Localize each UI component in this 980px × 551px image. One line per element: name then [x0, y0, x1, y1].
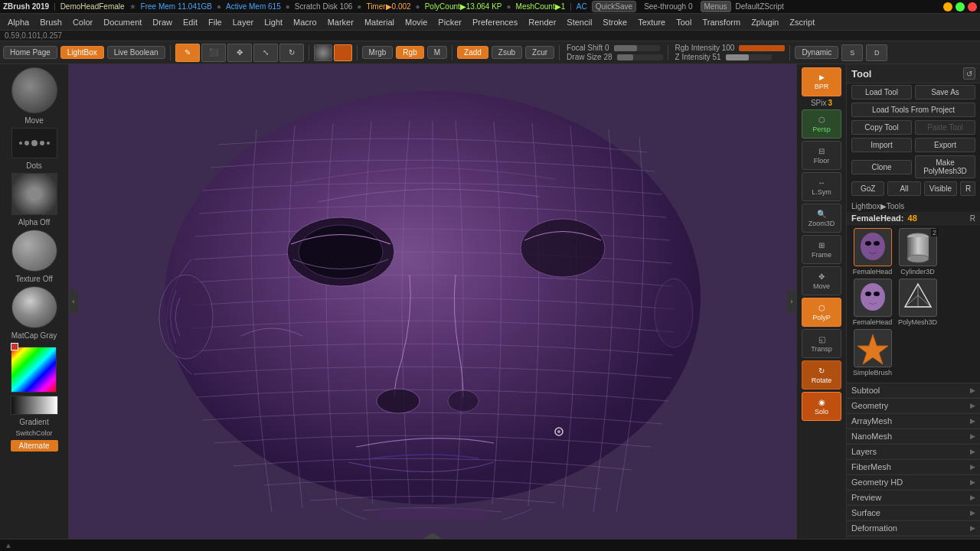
- canvas-resize-handle[interactable]: [423, 533, 442, 539]
- menu-edit[interactable]: Edit: [178, 16, 202, 28]
- menu-movie[interactable]: Movie: [400, 16, 432, 28]
- menu-layer[interactable]: Layer: [228, 16, 259, 28]
- section-layers[interactable]: Layers ▶: [847, 444, 980, 459]
- rgb-btn[interactable]: Rgb: [396, 46, 423, 59]
- menu-stroke[interactable]: Stroke: [598, 16, 632, 28]
- menu-stencil[interactable]: Stencil: [562, 16, 596, 28]
- minimize-btn[interactable]: [943, 2, 952, 11]
- alternate-btn[interactable]: Alternate: [11, 440, 58, 452]
- alpha-preview[interactable]: [11, 173, 57, 215]
- export-btn[interactable]: Export: [915, 138, 975, 152]
- menu-brush[interactable]: Brush: [35, 16, 67, 28]
- dynamic-btn[interactable]: Dynamic: [795, 46, 838, 59]
- tool-thumb-femalehead[interactable]: FemaleHead: [851, 228, 893, 276]
- menu-zplugin[interactable]: Zplugin: [746, 16, 783, 28]
- bpr-btn[interactable]: ▶ BPR: [802, 67, 841, 96]
- scale-btn[interactable]: ⤡: [253, 44, 278, 62]
- tool-thumb-femalehead2[interactable]: FemaleHead: [851, 279, 893, 326]
- menu-picker[interactable]: Picker: [433, 16, 466, 28]
- menu-draw[interactable]: Draw: [148, 16, 177, 28]
- maximize-btn[interactable]: [956, 2, 965, 11]
- load-from-project-btn[interactable]: Load Tools From Project: [851, 103, 975, 117]
- fg-color-swatch[interactable]: [11, 343, 18, 350]
- canvas-area[interactable]: ‹ ›: [69, 64, 796, 539]
- section-surface[interactable]: Surface ▶: [847, 505, 980, 520]
- make-polymesh-btn[interactable]: Make PolyMesh3D: [915, 155, 975, 178]
- zsub-btn[interactable]: Zsub: [492, 46, 522, 59]
- section-preview[interactable]: Preview ▶: [847, 490, 980, 505]
- menu-zscript[interactable]: Zscript: [785, 16, 819, 28]
- live-boolean-btn[interactable]: Live Boolean: [107, 46, 165, 59]
- tool-thumb-polymesh[interactable]: PolyMesh3D: [897, 279, 939, 326]
- copy-tool-btn[interactable]: Copy Tool: [851, 120, 912, 135]
- save-as-btn[interactable]: Save As: [915, 85, 975, 99]
- rotate-3d-btn[interactable]: ↻ Rotate: [802, 360, 841, 390]
- menu-document[interactable]: Document: [99, 16, 146, 28]
- zadd-btn[interactable]: Zadd: [457, 46, 488, 59]
- menu-marker[interactable]: Marker: [323, 16, 358, 28]
- tool-thumb-cylinder[interactable]: 2 Cylinder3D: [897, 228, 939, 276]
- draw-btn[interactable]: ⬛: [201, 44, 226, 62]
- menu-render[interactable]: Render: [524, 16, 560, 28]
- m-btn[interactable]: M: [427, 46, 447, 59]
- dynamic-icon[interactable]: D: [866, 44, 887, 61]
- menu-preferences[interactable]: Preferences: [468, 16, 522, 28]
- mrgb-btn[interactable]: Mrgb: [362, 46, 394, 59]
- all-btn[interactable]: All: [887, 181, 920, 196]
- z-intensity-slider[interactable]: [726, 54, 772, 60]
- stroke-thumb[interactable]: [334, 44, 352, 61]
- section-deformation[interactable]: Deformation ▶: [847, 520, 980, 536]
- menu-transform[interactable]: Transform: [697, 16, 745, 28]
- r-btn[interactable]: R: [960, 181, 975, 196]
- load-tool-btn[interactable]: Load Tool: [851, 85, 912, 99]
- goz-btn[interactable]: GoZ: [851, 181, 884, 196]
- see-through[interactable]: See-through 0: [641, 2, 695, 11]
- paste-tool-btn[interactable]: Paste Tool: [915, 120, 975, 135]
- quick-save-btn[interactable]: QuickSave: [592, 1, 636, 12]
- persp-btn[interactable]: ⬡ Persp: [802, 109, 841, 139]
- zoom3d-btn[interactable]: 🔍 Zoom3D: [802, 204, 841, 233]
- menu-tool[interactable]: Tool: [671, 16, 696, 28]
- color-spectrum[interactable]: [11, 347, 57, 393]
- menu-alpha[interactable]: Alpha: [3, 16, 34, 28]
- l-sym-btn[interactable]: ↔ L.Sym: [802, 172, 841, 201]
- menu-texture[interactable]: Texture: [633, 16, 670, 28]
- home-page-btn[interactable]: Home Page: [3, 46, 57, 59]
- section-geometry[interactable]: Geometry ▶: [847, 398, 980, 413]
- rgb-intensity-slider[interactable]: [739, 45, 785, 51]
- close-btn[interactable]: [968, 2, 977, 11]
- section-arraymesh[interactable]: ArrayMesh ▶: [847, 413, 980, 429]
- section-fibermesh[interactable]: FiberMesh ▶: [847, 459, 980, 474]
- lightbox-btn[interactable]: LightBox: [60, 46, 104, 59]
- section-geometryhd[interactable]: Geometry HD ▶: [847, 474, 980, 490]
- section-subtool[interactable]: Subtool ▶: [847, 383, 980, 398]
- alpha-thumb[interactable]: [314, 44, 332, 61]
- transp-btn[interactable]: ◱ Transp: [802, 329, 841, 358]
- menus-btn[interactable]: Menus: [701, 1, 731, 12]
- lightbox-tools-btn[interactable]: Lightbox▶Tools: [851, 202, 904, 210]
- focal-slider[interactable]: [614, 45, 660, 51]
- brush-preview[interactable]: [11, 67, 57, 113]
- import-btn[interactable]: Import: [851, 138, 912, 152]
- solo-btn[interactable]: ◉ Solo: [802, 392, 841, 421]
- section-nanomesh[interactable]: NanoMesh ▶: [847, 429, 980, 444]
- move-btn[interactable]: ✥: [227, 44, 252, 62]
- tool-reset-btn[interactable]: ↺: [963, 67, 975, 80]
- mat-preview[interactable]: [11, 286, 57, 328]
- menu-color[interactable]: Color: [68, 16, 97, 28]
- edit-btn[interactable]: ✎: [175, 44, 200, 62]
- menu-macro[interactable]: Macro: [289, 16, 322, 28]
- frame-btn[interactable]: ⊞ Frame: [802, 235, 841, 264]
- move-3d-btn[interactable]: ✥ Move: [802, 266, 841, 295]
- dots-preview[interactable]: [11, 128, 57, 158]
- visible-btn[interactable]: Visible: [924, 181, 957, 196]
- floor-btn[interactable]: ⊟ Floor: [802, 141, 841, 170]
- gradient-preview[interactable]: [11, 396, 58, 415]
- tool-thumb-simplebrush[interactable]: SimpleBrush: [851, 329, 893, 377]
- zcur-btn[interactable]: Zcur: [525, 46, 554, 59]
- section-masking[interactable]: Masking ▶: [847, 536, 980, 539]
- clone-btn[interactable]: Clone: [851, 160, 912, 174]
- menu-light[interactable]: Light: [260, 16, 287, 28]
- polyp-btn[interactable]: ⬡ PolyP: [802, 298, 841, 327]
- tool-name-r-btn[interactable]: R: [970, 214, 975, 223]
